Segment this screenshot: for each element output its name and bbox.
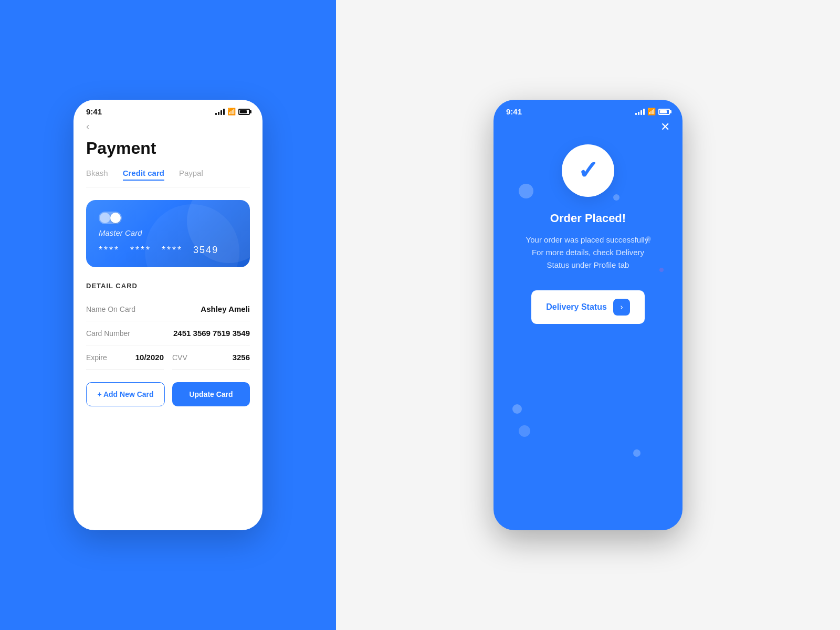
add-new-card-button[interactable]: + Add New Card xyxy=(86,382,165,406)
dot-6 xyxy=(633,449,640,457)
card-toggle[interactable] xyxy=(99,212,122,224)
order-placed-content: ✕ ✓ Order Placed! Your order was placed … xyxy=(494,120,682,324)
status-bar-left: 9:41 📶 xyxy=(74,100,262,120)
success-area: ✓ Order Placed! Your order was placed su… xyxy=(506,144,670,324)
delivery-status-arrow-icon: › xyxy=(613,299,630,316)
wifi-icon: 📶 xyxy=(227,108,236,116)
phone-frame-right: 9:41 📶 ✕ ✓ Order Placed! xyxy=(494,100,682,530)
success-check-circle: ✓ xyxy=(562,144,614,197)
tab-bkash[interactable]: Bkash xyxy=(86,169,108,181)
cvv-row: CVV 3256 xyxy=(172,345,250,370)
delivery-status-label: Delivery Status xyxy=(546,302,607,312)
expire-label: Expire xyxy=(86,353,107,362)
close-button[interactable]: ✕ xyxy=(660,120,670,134)
time-right: 9:41 xyxy=(506,107,522,116)
card-dots-1: **** xyxy=(99,245,120,256)
update-card-button[interactable]: Update Card xyxy=(172,382,250,406)
signal-icon-right xyxy=(635,109,645,115)
card-number-value: 2451 3569 7519 3549 xyxy=(173,329,250,338)
status-bar-right: 9:41 📶 xyxy=(494,100,682,120)
page-title: Payment xyxy=(86,139,250,158)
order-placed-title: Order Placed! xyxy=(550,212,626,225)
expire-value: 10/2020 xyxy=(135,353,164,362)
payment-content: ‹ Payment Bkash Credit card Paypal Maste… xyxy=(74,120,262,419)
left-panel: 9:41 📶 ‹ Payment Bkash Credit card Paypa… xyxy=(0,0,336,630)
order-placed-desc: Your order was placed successfully. For … xyxy=(520,234,656,271)
card-dots-3: **** xyxy=(162,245,183,256)
name-on-card-row: Name On Card Ashley Ameli xyxy=(86,297,250,321)
time-left: 9:41 xyxy=(86,107,102,116)
delivery-status-button[interactable]: Delivery Status › xyxy=(531,290,645,324)
close-icon: ✕ xyxy=(660,120,670,133)
card-number-display: **** **** **** 3549 xyxy=(99,245,237,256)
back-button[interactable]: ‹ xyxy=(86,120,90,132)
payment-tabs: Bkash Credit card Paypal xyxy=(86,169,250,187)
tab-credit-card[interactable]: Credit card xyxy=(123,169,164,181)
signal-icon xyxy=(215,109,225,115)
name-on-card-value: Ashley Ameli xyxy=(201,304,250,313)
dot-4 xyxy=(512,404,522,414)
card-dots-2: **** xyxy=(130,245,151,256)
phone-frame-left: 9:41 📶 ‹ Payment Bkash Credit card Paypa… xyxy=(74,100,262,530)
cvv-value: 3256 xyxy=(233,353,250,362)
arrow-icon: › xyxy=(620,302,623,312)
battery-icon xyxy=(238,109,250,115)
expire-row: Expire 10/2020 xyxy=(86,345,164,370)
tab-paypal[interactable]: Paypal xyxy=(179,169,203,181)
section-title: DETAIL CARD xyxy=(86,282,250,290)
card-number-label: Card Number xyxy=(86,329,130,338)
card-last-four: 3549 xyxy=(193,245,218,256)
status-icons-right: 📶 xyxy=(635,108,670,116)
cvv-label: CVV xyxy=(172,353,187,362)
status-icons-left: 📶 xyxy=(215,108,250,116)
credit-card-visual: Master Card **** **** **** 3549 xyxy=(86,200,250,267)
check-icon: ✓ xyxy=(578,158,598,183)
card-number-row: Card Number 2451 3569 7519 3549 xyxy=(86,321,250,345)
action-buttons: + Add New Card Update Card xyxy=(86,382,250,406)
wifi-icon-right: 📶 xyxy=(647,108,656,116)
name-on-card-label: Name On Card xyxy=(86,305,135,313)
right-panel: 9:41 📶 ✕ ✓ Order Placed! xyxy=(336,0,840,630)
card-type: Master Card xyxy=(99,228,237,237)
dot-5 xyxy=(519,425,530,437)
battery-icon-right xyxy=(658,109,670,115)
